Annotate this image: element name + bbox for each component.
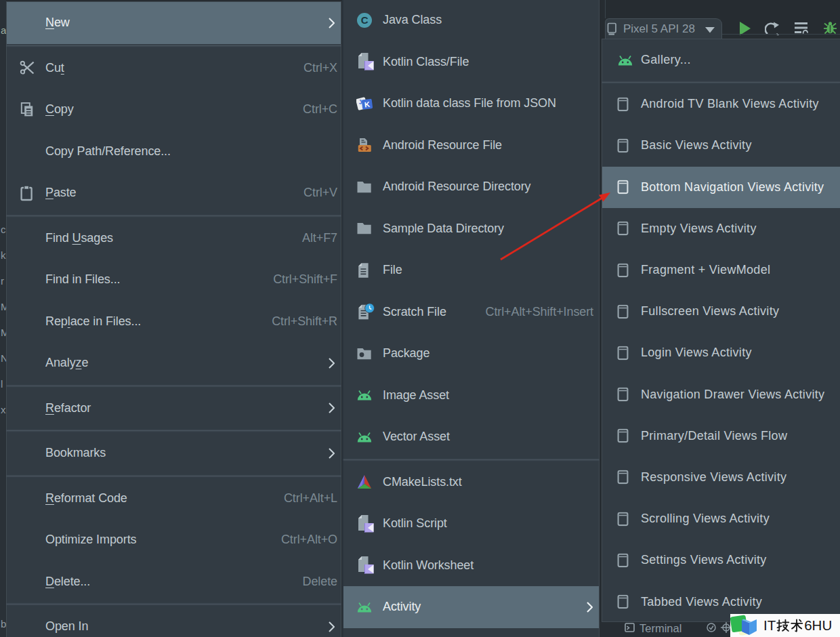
svg-text:C: C	[361, 14, 369, 26]
svg-text:K: K	[364, 100, 370, 108]
